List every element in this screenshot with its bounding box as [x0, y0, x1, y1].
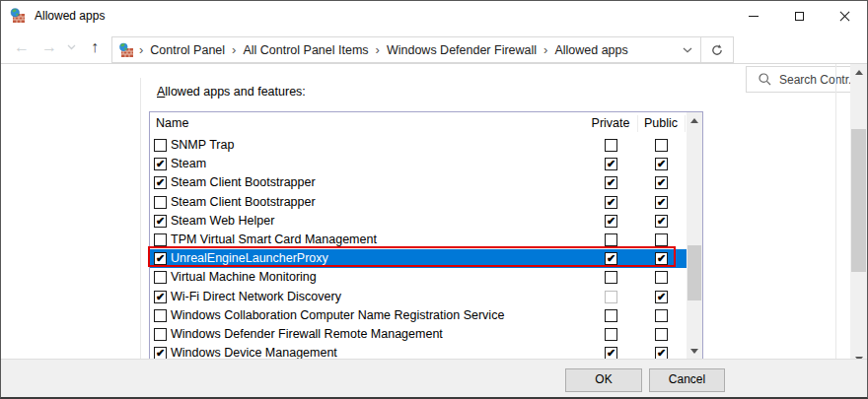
- close-icon: [839, 11, 850, 22]
- checkbox[interactable]: ✔: [605, 215, 617, 228]
- list-item[interactable]: ✔Wi-Fi Direct Network Discovery✔: [150, 288, 687, 306]
- cancel-button[interactable]: Cancel: [649, 368, 725, 392]
- checkbox[interactable]: [154, 233, 167, 246]
- checkbox[interactable]: ✔: [655, 215, 668, 228]
- minimize-button[interactable]: [731, 1, 776, 31]
- triangle-down-icon: [690, 349, 698, 354]
- minimize-icon: [749, 16, 759, 17]
- checkbox[interactable]: [154, 139, 167, 152]
- list-item[interactable]: Windows Collaboration Computer Name Regi…: [150, 306, 687, 325]
- checkbox[interactable]: [655, 139, 668, 152]
- checkbox[interactable]: ✔: [154, 252, 167, 265]
- list-item[interactable]: Windows Defender Firewall Remote Managem…: [150, 325, 687, 344]
- dialog-footer: OK Cancel: [1, 359, 867, 397]
- list-item[interactable]: ✔Steam Client Bootstrapper✔✔: [150, 173, 687, 192]
- allowed-apps-list: Name Private Public SNMP Trap✔Steam✔✔✔St…: [149, 111, 703, 361]
- list-item[interactable]: Steam Client Bootstrapper✔✔: [150, 193, 687, 212]
- checkbox[interactable]: ✔: [154, 291, 167, 303]
- checkbox[interactable]: ✔: [605, 196, 617, 209]
- checkbox[interactable]: ✔: [655, 196, 668, 209]
- window-title: Allowed apps: [35, 9, 105, 23]
- checkbox[interactable]: [154, 328, 167, 341]
- content-panel-left-edge: [140, 78, 141, 360]
- list-item[interactable]: ✔UnrealEngineLauncherProxy✔✔: [150, 249, 687, 268]
- scroll-up-button[interactable]: [687, 112, 702, 129]
- checkbox[interactable]: [655, 309, 668, 322]
- app-name: Steam Client Bootstrapper: [171, 193, 316, 212]
- allowed-apps-window: Allowed apps ← → ↑: [0, 0, 868, 399]
- checkbox[interactable]: [154, 271, 167, 284]
- search-box[interactable]: [746, 66, 857, 93]
- checkbox[interactable]: ✔: [605, 176, 617, 189]
- back-arrow-icon: ←: [14, 38, 30, 56]
- maximize-button[interactable]: [776, 1, 822, 31]
- checkbox[interactable]: [605, 309, 617, 322]
- breadcrumb-item[interactable]: Control Panel: [150, 43, 225, 57]
- checkbox[interactable]: [605, 233, 617, 246]
- up-button[interactable]: ↑: [82, 31, 108, 63]
- search-input[interactable]: [779, 73, 858, 87]
- checkbox[interactable]: ✔: [154, 215, 167, 228]
- scrollbar-thumb[interactable]: [851, 129, 866, 272]
- recent-pages-dropdown[interactable]: [62, 31, 80, 63]
- breadcrumb-item[interactable]: Allowed apps: [554, 43, 627, 57]
- title-bar: Allowed apps: [1, 1, 867, 31]
- checkbox[interactable]: [605, 291, 617, 303]
- firewall-icon: [118, 42, 134, 58]
- list-item[interactable]: SNMP Trap: [150, 136, 687, 155]
- breadcrumb-separator-icon: ›: [232, 42, 236, 57]
- breadcrumb-separator-icon: ›: [139, 42, 143, 57]
- app-name: Wi-Fi Direct Network Discovery: [171, 288, 341, 306]
- app-name: UnrealEngineLauncherProxy: [171, 249, 328, 268]
- content-panel-right-edge: [835, 64, 836, 360]
- breadcrumb-separator-icon: ›: [376, 42, 380, 57]
- address-bar[interactable]: ›Control Panel›All Control Panel Items›W…: [111, 36, 734, 63]
- breadcrumb-item[interactable]: Windows Defender Firewall: [387, 43, 537, 57]
- checkbox[interactable]: [655, 271, 668, 284]
- list-item[interactable]: Virtual Machine Monitoring: [150, 268, 687, 287]
- list-item[interactable]: ✔Steam Web Helper✔✔: [150, 212, 687, 231]
- checkbox[interactable]: [605, 328, 617, 341]
- breadcrumb-separator-icon: ›: [543, 42, 547, 57]
- app-name: Windows Collaboration Computer Name Regi…: [171, 306, 504, 325]
- checkbox[interactable]: [605, 139, 617, 152]
- forward-button[interactable]: →: [36, 31, 62, 63]
- checkbox[interactable]: ✔: [154, 158, 167, 170]
- checkbox[interactable]: ✔: [655, 291, 668, 303]
- checkbox[interactable]: ✔: [655, 176, 668, 189]
- scrollbar-thumb[interactable]: [687, 245, 701, 300]
- up-arrow-icon: ↑: [91, 38, 99, 56]
- address-dropdown-button[interactable]: [675, 37, 700, 62]
- scroll-up-button[interactable]: [850, 64, 867, 81]
- checkbox[interactable]: [655, 328, 668, 341]
- app-name: Steam Web Helper: [171, 212, 274, 231]
- close-button[interactable]: [822, 1, 867, 31]
- checkbox[interactable]: ✔: [655, 252, 668, 265]
- checkbox[interactable]: [655, 233, 668, 246]
- list-item[interactable]: TPM Virtual Smart Card Management: [150, 231, 687, 249]
- breadcrumb-item[interactable]: All Control Panel Items: [243, 43, 368, 57]
- app-name: TPM Virtual Smart Card Management: [171, 231, 377, 249]
- list-scrollbar[interactable]: [687, 112, 702, 360]
- checkbox[interactable]: [154, 309, 167, 322]
- checkbox[interactable]: ✔: [605, 158, 617, 170]
- refresh-icon: [710, 43, 724, 57]
- forward-arrow-icon: →: [41, 38, 57, 56]
- list-item[interactable]: ✔Steam✔✔: [150, 155, 687, 173]
- page-scrollbar[interactable]: [850, 64, 867, 367]
- scroll-down-button[interactable]: [687, 343, 702, 360]
- ok-button[interactable]: OK: [565, 368, 642, 392]
- chevron-down-icon: [683, 47, 692, 53]
- triangle-up-icon: [855, 70, 863, 75]
- back-button[interactable]: ←: [9, 31, 35, 63]
- checkbox[interactable]: [605, 271, 617, 284]
- checkbox[interactable]: ✔: [605, 252, 617, 265]
- checkbox[interactable]: ✔: [154, 176, 167, 189]
- app-name: Steam Client Bootstrapper: [171, 173, 316, 192]
- app-name: Windows Defender Firewall Remote Managem…: [171, 325, 443, 344]
- checkbox[interactable]: [154, 196, 167, 209]
- firewall-icon: [10, 8, 26, 24]
- refresh-button[interactable]: [700, 37, 733, 62]
- checkbox[interactable]: ✔: [655, 158, 668, 170]
- triangle-up-icon: [690, 118, 698, 123]
